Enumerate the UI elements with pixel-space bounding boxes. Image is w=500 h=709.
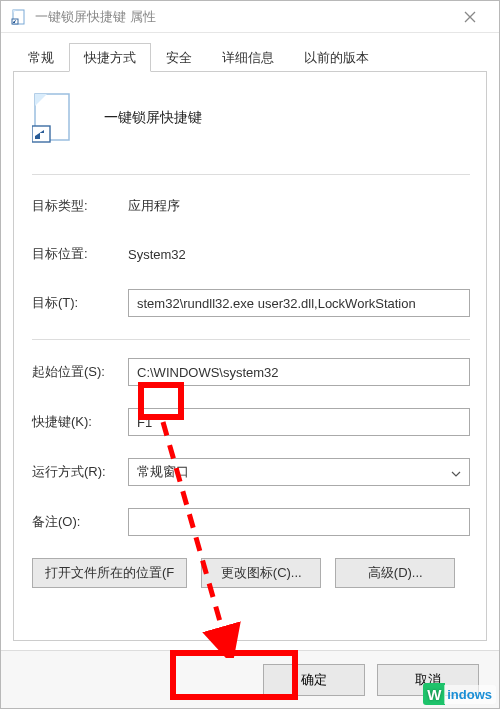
target-type-label: 目标类型: — [32, 197, 128, 215]
target-location-value: System32 — [128, 247, 186, 262]
start-in-label: 起始位置(S): — [32, 363, 128, 381]
tab-panel-shortcut: 一键锁屏快捷键 目标类型: 应用程序 目标位置: System32 目标(T):… — [13, 71, 487, 641]
ok-button[interactable]: 确定 — [263, 664, 365, 696]
change-icon-button[interactable]: 更改图标(C)... — [201, 558, 321, 588]
tab-previous-versions[interactable]: 以前的版本 — [289, 43, 384, 72]
target-input[interactable] — [128, 289, 470, 317]
comment-label: 备注(O): — [32, 513, 128, 531]
open-file-location-button[interactable]: 打开文件所在的位置(F — [32, 558, 187, 588]
target-label: 目标(T): — [32, 294, 128, 312]
tab-shortcut[interactable]: 快捷方式 — [69, 43, 151, 72]
run-mode-value: 常规窗口 — [137, 463, 189, 481]
shortcut-file-icon — [11, 9, 27, 25]
target-location-label: 目标位置: — [32, 245, 128, 263]
close-button[interactable] — [449, 2, 491, 32]
target-type-value: 应用程序 — [128, 197, 180, 215]
file-large-icon — [32, 92, 74, 144]
watermark-logo-icon: W — [423, 683, 445, 705]
start-in-input[interactable] — [128, 358, 470, 386]
shortcut-key-input[interactable] — [128, 408, 470, 436]
run-mode-label: 运行方式(R): — [32, 463, 128, 481]
tabstrip: 常规 快捷方式 安全 详细信息 以前的版本 — [13, 43, 487, 71]
dialog-content: 常规 快捷方式 安全 详细信息 以前的版本 一键锁屏快捷键 — [1, 33, 499, 650]
window-title: 一键锁屏快捷键 属性 — [35, 8, 449, 26]
shortcut-key-label: 快捷键(K): — [32, 413, 128, 431]
watermark: W indows — [423, 683, 496, 705]
tab-details[interactable]: 详细信息 — [207, 43, 289, 72]
divider — [32, 174, 470, 175]
advanced-button[interactable]: 高级(D)... — [335, 558, 455, 588]
titlebar: 一键锁屏快捷键 属性 — [1, 1, 499, 33]
svg-rect-5 — [32, 126, 50, 142]
chevron-down-icon — [451, 465, 461, 480]
comment-input[interactable] — [128, 508, 470, 536]
watermark-brand: indows — [444, 685, 496, 704]
divider — [32, 339, 470, 340]
shortcut-name: 一键锁屏快捷键 — [104, 109, 202, 127]
run-mode-select[interactable]: 常规窗口 — [128, 458, 470, 486]
tab-general[interactable]: 常规 — [13, 43, 69, 72]
properties-dialog: 一键锁屏快捷键 属性 常规 快捷方式 安全 详细信息 以前的版本 — [0, 0, 500, 709]
tab-security[interactable]: 安全 — [151, 43, 207, 72]
